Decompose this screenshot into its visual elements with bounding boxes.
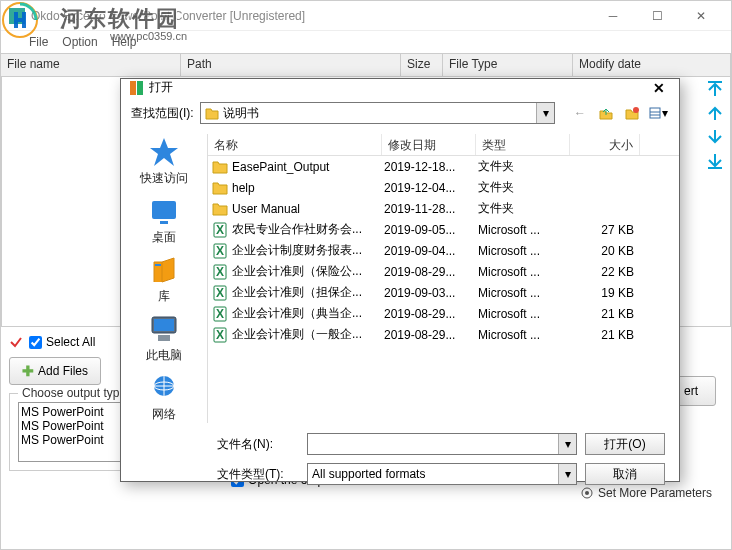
cancel-button[interactable]: 取消 bbox=[585, 463, 665, 485]
file-type: 文件夹 bbox=[478, 200, 572, 217]
file-size: 27 KB bbox=[572, 223, 634, 237]
col-path[interactable]: Path bbox=[181, 54, 401, 76]
col-filename[interactable]: File name bbox=[1, 54, 181, 76]
filename-label: 文件名(N): bbox=[217, 436, 299, 453]
filetype-combo[interactable]: All supported formats ▾ bbox=[307, 463, 577, 485]
file-type: 文件夹 bbox=[478, 158, 572, 175]
file-col-type[interactable]: 类型 bbox=[476, 134, 570, 155]
minimize-button[interactable]: ─ bbox=[591, 2, 635, 30]
svg-rect-11 bbox=[155, 264, 161, 266]
dialog-icon bbox=[129, 81, 143, 95]
move-bottom-icon[interactable] bbox=[706, 152, 724, 170]
place-desktop[interactable]: 桌面 bbox=[148, 195, 180, 246]
svg-rect-4 bbox=[137, 81, 143, 95]
maximize-button[interactable]: ☐ bbox=[635, 2, 679, 30]
file-size: 20 KB bbox=[572, 244, 634, 258]
file-type: Microsoft ... bbox=[478, 286, 572, 300]
file-date: 2019-08-29... bbox=[384, 328, 478, 342]
file-date: 2019-09-03... bbox=[384, 286, 478, 300]
svg-rect-3 bbox=[130, 81, 136, 95]
close-button[interactable]: ✕ bbox=[679, 2, 723, 30]
file-col-name[interactable]: 名称 bbox=[208, 134, 382, 155]
select-all-icon bbox=[9, 335, 23, 349]
file-date: 2019-09-05... bbox=[384, 223, 478, 237]
nav-back-button[interactable]: ← bbox=[569, 102, 591, 124]
add-files-button[interactable]: ✚ Add Files bbox=[9, 357, 101, 385]
file-size: 19 KB bbox=[572, 286, 634, 300]
dialog-close-button[interactable]: ✕ bbox=[647, 80, 671, 96]
place-quick-access[interactable]: 快速访问 bbox=[140, 136, 188, 187]
folder-icon bbox=[205, 106, 219, 120]
file-row[interactable]: X企业会计制度财务报表...2019-09-04...Microsoft ...… bbox=[208, 240, 679, 261]
view-menu-button[interactable]: ▾ bbox=[647, 102, 669, 124]
file-type: Microsoft ... bbox=[478, 328, 572, 342]
look-in-combo[interactable]: 说明书 ▾ bbox=[200, 102, 555, 124]
file-size: 21 KB bbox=[572, 328, 634, 342]
file-col-size[interactable]: 大小 bbox=[570, 134, 640, 155]
choose-output-label: Choose output type: bbox=[18, 386, 133, 400]
file-row[interactable]: X企业会计准则（保险公...2019-08-29...Microsoft ...… bbox=[208, 261, 679, 282]
svg-text:X: X bbox=[216, 223, 224, 237]
file-name: 农民专业合作社财务会... bbox=[232, 221, 384, 238]
pc-icon bbox=[148, 313, 180, 345]
file-size: 21 KB bbox=[572, 307, 634, 321]
move-up-icon[interactable] bbox=[706, 104, 724, 122]
svg-text:X: X bbox=[216, 307, 224, 321]
file-type: Microsoft ... bbox=[478, 265, 572, 279]
file-date: 2019-11-28... bbox=[384, 202, 478, 216]
svg-text:X: X bbox=[216, 244, 224, 258]
col-modify[interactable]: Modify date bbox=[573, 54, 731, 76]
svg-rect-10 bbox=[160, 221, 168, 224]
file-row[interactable]: X农民专业合作社财务会...2019-09-05...Microsoft ...… bbox=[208, 219, 679, 240]
place-this-pc[interactable]: 此电脑 bbox=[146, 313, 182, 364]
open-button[interactable]: 打开(O) bbox=[585, 433, 665, 455]
file-row[interactable]: help2019-12-04...文件夹 bbox=[208, 177, 679, 198]
file-name: help bbox=[232, 181, 384, 195]
file-date: 2019-12-18... bbox=[384, 160, 478, 174]
file-date: 2019-08-29... bbox=[384, 307, 478, 321]
file-type: 文件夹 bbox=[478, 179, 572, 196]
file-date: 2019-12-04... bbox=[384, 181, 478, 195]
quick-access-icon bbox=[148, 136, 180, 168]
chevron-down-icon[interactable]: ▾ bbox=[558, 434, 576, 454]
file-row[interactable]: EasePaint_Output2019-12-18...文件夹 bbox=[208, 156, 679, 177]
file-name: 企业会计准则（典当企... bbox=[232, 305, 384, 322]
nav-up-button[interactable] bbox=[595, 102, 617, 124]
svg-rect-14 bbox=[158, 335, 170, 341]
file-row[interactable]: X企业会计准则（典当企...2019-08-29...Microsoft ...… bbox=[208, 303, 679, 324]
file-col-date[interactable]: 修改日期 bbox=[382, 134, 476, 155]
filename-input[interactable]: ▾ bbox=[307, 433, 577, 455]
svg-point-5 bbox=[633, 107, 639, 113]
file-type: Microsoft ... bbox=[478, 223, 572, 237]
new-folder-button[interactable] bbox=[621, 102, 643, 124]
open-file-dialog: 打开 ✕ 查找范围(I): 说明书 ▾ ← ▾ 快速访问 桌面 bbox=[120, 78, 680, 482]
move-top-icon[interactable] bbox=[706, 80, 724, 98]
file-name: 企业会计准则（保险公... bbox=[232, 263, 384, 280]
col-filetype[interactable]: File Type bbox=[443, 54, 573, 76]
plus-icon: ✚ bbox=[22, 363, 34, 379]
svg-text:X: X bbox=[216, 328, 224, 342]
file-row[interactable]: X企业会计准则（一般企...2019-08-29...Microsoft ...… bbox=[208, 324, 679, 345]
file-row[interactable]: User Manual2019-11-28...文件夹 bbox=[208, 198, 679, 219]
file-name: EasePaint_Output bbox=[232, 160, 384, 174]
file-name: 企业会计准则（担保企... bbox=[232, 284, 384, 301]
file-date: 2019-09-04... bbox=[384, 244, 478, 258]
file-name: User Manual bbox=[232, 202, 384, 216]
file-name: 企业会计制度财务报表... bbox=[232, 242, 384, 259]
place-library[interactable]: 库 bbox=[148, 254, 180, 305]
select-all-checkbox[interactable] bbox=[29, 336, 42, 349]
svg-text:X: X bbox=[216, 265, 224, 279]
watermark-overlay: 河东软件园 www.pc0359.cn bbox=[0, 0, 260, 46]
svg-rect-9 bbox=[152, 201, 176, 219]
chevron-down-icon[interactable]: ▾ bbox=[536, 103, 554, 123]
file-row[interactable]: X企业会计准则（担保企...2019-09-03...Microsoft ...… bbox=[208, 282, 679, 303]
watermark-logo-icon bbox=[2, 2, 38, 38]
file-date: 2019-08-29... bbox=[384, 265, 478, 279]
chevron-down-icon[interactable]: ▾ bbox=[558, 464, 576, 484]
col-size[interactable]: Size bbox=[401, 54, 443, 76]
filetype-label: 文件类型(T): bbox=[217, 466, 299, 483]
place-network[interactable]: 网络 bbox=[148, 372, 180, 423]
move-down-icon[interactable] bbox=[706, 128, 724, 146]
file-name: 企业会计准则（一般企... bbox=[232, 326, 384, 343]
select-all-label: Select All bbox=[46, 335, 95, 349]
